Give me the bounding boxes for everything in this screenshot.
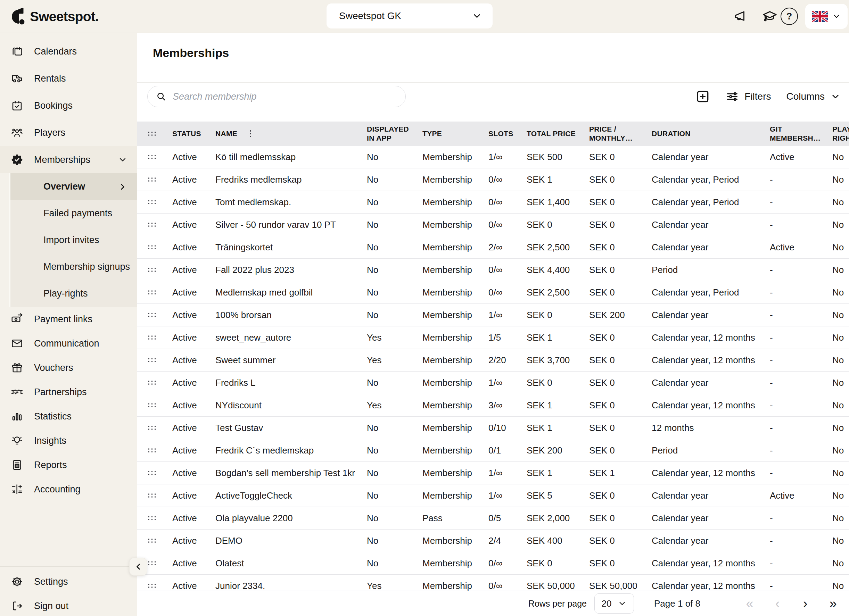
submenu-item-import-invites[interactable]: Import invites <box>10 227 137 253</box>
table-row[interactable]: ActiveFall 2022 plus 2023NoMembership0/∞… <box>137 259 849 281</box>
filters-button[interactable]: Filters <box>726 90 771 103</box>
table-row[interactable]: ActiveMedlemskap med golfbilNoMembership… <box>137 281 849 304</box>
cell-slots: 2/4 <box>483 536 521 546</box>
cell-name: Ola playvalue 2200 <box>209 513 361 524</box>
sidebar-item-payment-links[interactable]: Payment links <box>0 307 137 331</box>
drag-handle-icon[interactable] <box>137 268 167 272</box>
submenu-item-failed-payments[interactable]: Failed payments <box>10 200 137 227</box>
sidebar-item-memberships[interactable]: Memberships <box>0 146 137 173</box>
table-row[interactable]: ActiveSilver - 50 rundor varav 10 PTNoMe… <box>137 214 849 236</box>
sidebar-item-insights[interactable]: Insights <box>0 429 137 453</box>
sidebar-item-sign-out[interactable]: Sign out <box>0 594 137 616</box>
sidebar-item-statistics[interactable]: Statistics <box>0 404 137 429</box>
columns-button[interactable]: Columns <box>786 91 841 102</box>
table-row[interactable]: ActiveFredrik C´s medlemskapNoMembership… <box>137 439 849 462</box>
column-header-git-membership[interactable]: GIT MEMBERSH… <box>764 125 827 143</box>
cell-displayed_in_app: Yes <box>361 400 417 411</box>
language-selector[interactable] <box>805 4 848 29</box>
drag-handle-icon[interactable] <box>137 245 167 249</box>
cell-displayed_in_app: No <box>361 265 417 275</box>
column-header-slots[interactable]: SLOTS <box>483 129 521 138</box>
column-header-type[interactable]: TYPE <box>417 129 483 138</box>
drag-handle-icon[interactable] <box>137 290 167 295</box>
drag-handle-icon[interactable] <box>137 539 167 543</box>
club-selector[interactable]: Sweetspot GK <box>326 3 493 28</box>
drag-handle-icon[interactable] <box>137 155 167 159</box>
megaphone-icon[interactable] <box>731 7 750 26</box>
sidebar-item-calendars[interactable]: Calendars <box>0 38 137 65</box>
drag-handle-icon[interactable] <box>137 223 167 227</box>
submenu-item-membership-signups[interactable]: Membership signups <box>10 253 137 280</box>
column-header-price-monthly[interactable]: PRICE / MONTHLY… <box>584 125 646 143</box>
table-row[interactable]: ActiveTräningskortetNoMembership2/∞SEK 2… <box>137 236 849 259</box>
drag-handle-icon[interactable] <box>137 471 167 475</box>
table-row[interactable]: ActiveNYdiscountYesMembership3/∞SEK 1SEK… <box>137 394 849 417</box>
drag-handle-icon[interactable] <box>137 200 167 204</box>
table-row[interactable]: ActiveBogdan's sell membership Test 1krN… <box>137 462 849 484</box>
drag-handle-icon[interactable] <box>137 493 167 498</box>
sidebar-item-vouchers[interactable]: Vouchers <box>0 356 137 380</box>
last-page-button[interactable]: » <box>827 595 839 612</box>
drag-handle-icon[interactable] <box>137 403 167 407</box>
cell-price_monthly: SEK 0 <box>584 152 646 162</box>
drag-handle-icon[interactable] <box>137 177 167 182</box>
drag-handle-icon[interactable] <box>137 381 167 385</box>
column-header-duration[interactable]: DURATION <box>646 129 764 138</box>
table-row[interactable]: ActiveOlatestNoMembership0/∞SEK 0SEK 0Ca… <box>137 552 849 575</box>
submenu-item-label: Failed payments <box>43 208 112 219</box>
table-row[interactable]: ActiveFredriks medlemskapNoMembership0/∞… <box>137 168 849 191</box>
table-row[interactable]: ActiveActiveToggleCheckNoMembership1/∞SE… <box>137 484 849 507</box>
sidebar-item-settings[interactable]: Settings <box>0 570 137 594</box>
rows-per-page-select[interactable]: 20 <box>594 594 634 614</box>
sidebar-item-partnerships[interactable]: Partnerships <box>0 380 137 404</box>
cell-status: Active <box>167 265 209 275</box>
drag-handle-icon[interactable] <box>137 448 167 452</box>
table-row[interactable]: ActiveFredriks LNoMembership1/∞SEK 0SEK … <box>137 372 849 394</box>
sidebar-item-players[interactable]: Players <box>0 119 137 146</box>
column-header-displayed-in-app[interactable]: DISPLAYED IN APP <box>361 125 417 143</box>
drag-handle-icon[interactable] <box>137 516 167 520</box>
sidebar-item-bookings[interactable]: Bookings <box>0 92 137 119</box>
column-header-name[interactable]: NAME <box>209 129 361 138</box>
table-row[interactable]: ActiveTomt medlemskap.NoMembership0/∞SEK… <box>137 191 849 214</box>
search-input[interactable] <box>172 91 405 103</box>
column-menu-icon[interactable] <box>250 130 251 137</box>
gift-icon <box>10 362 24 374</box>
sidebar-item-reports[interactable]: Reports <box>0 453 137 477</box>
cell-git_membership: - <box>764 445 827 456</box>
next-page-button[interactable]: › <box>799 595 812 612</box>
cell-price_monthly: SEK 0 <box>584 513 646 524</box>
academy-cap-icon[interactable] <box>760 7 779 26</box>
sidebar-item-accounting[interactable]: Accounting <box>0 477 137 501</box>
drag-handle-icon[interactable] <box>137 584 167 588</box>
logo-wordmark: Sweetspot. <box>30 9 99 24</box>
submenu-item-overview[interactable]: Overview <box>10 173 137 200</box>
help-icon[interactable]: ? <box>779 7 799 26</box>
table-row[interactable]: ActiveTest GustavNoMembership0/10SEK 1SE… <box>137 417 849 439</box>
drag-handle-icon[interactable] <box>137 335 167 339</box>
cell-name: Fall 2022 plus 2023 <box>209 265 361 275</box>
drag-handle-icon[interactable] <box>137 426 167 430</box>
previous-page-button[interactable]: ‹ <box>771 595 784 612</box>
column-header-status[interactable]: STATUS <box>167 129 209 138</box>
table-row[interactable]: ActiveDEMONoMembership2/4SEK 400SEK 0Cal… <box>137 530 849 552</box>
table-row[interactable]: Activesweet_new_autoreYesMembership1/5SE… <box>137 326 849 349</box>
table-row[interactable]: ActiveOla playvalue 2200NoPass0/5SEK 2,0… <box>137 507 849 530</box>
add-membership-button[interactable] <box>695 89 710 104</box>
drag-handle-icon[interactable] <box>137 313 167 317</box>
sidebar-collapse-button[interactable] <box>129 558 147 576</box>
submenu-item-play-rights[interactable]: Play-rights <box>10 280 137 307</box>
table-row[interactable]: ActiveKö till medlemsskapNoMembership1/∞… <box>137 146 849 168</box>
table-row[interactable]: ActiveSweet summerYesMembership2/20SEK 3… <box>137 349 849 372</box>
column-header-play-right[interactable]: PLAY- RIGHT <box>827 125 849 143</box>
column-header-total-price[interactable]: TOTAL PRICE <box>521 129 584 138</box>
cell-duration: Period <box>646 445 764 456</box>
first-page-button[interactable]: « <box>743 595 756 612</box>
sidebar: Calendars Rentals <box>0 33 137 616</box>
cell-name: DEMO <box>209 536 361 546</box>
drag-handle-icon[interactable] <box>137 358 167 362</box>
cell-total_price: SEK 400 <box>521 536 584 546</box>
sidebar-item-rentals[interactable]: Rentals <box>0 65 137 92</box>
sidebar-item-communication[interactable]: Communication <box>0 331 137 356</box>
table-row[interactable]: Active100% brorsanNoMembership1/∞SEK 0SE… <box>137 304 849 326</box>
